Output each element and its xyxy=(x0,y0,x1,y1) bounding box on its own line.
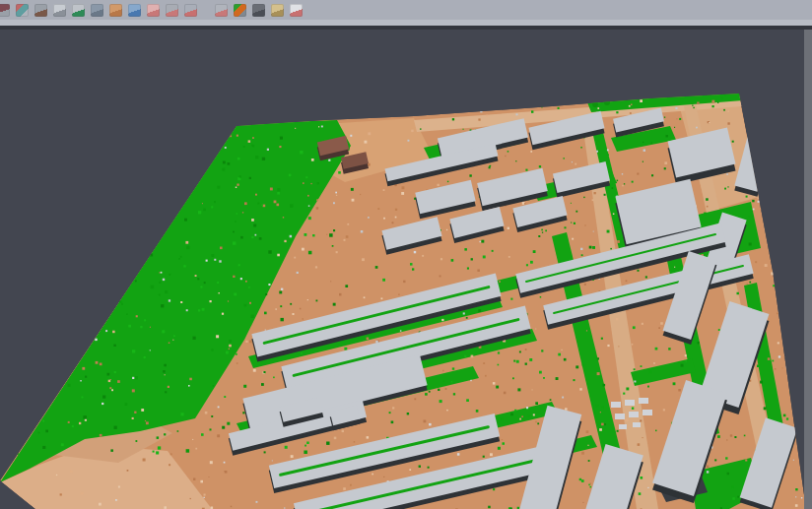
terrain-icon[interactable] xyxy=(34,4,47,17)
scene-3d-render[interactable] xyxy=(0,30,812,509)
report-icon[interactable] xyxy=(290,4,303,17)
grid-select-icon[interactable] xyxy=(215,4,228,17)
viewport-3d[interactable] xyxy=(0,30,812,509)
markers-icon[interactable] xyxy=(53,4,66,17)
point-cloud-icon[interactable] xyxy=(91,4,103,17)
classification-view-icon[interactable] xyxy=(234,4,246,17)
project-icon[interactable] xyxy=(0,4,10,17)
mesh-tool-icon[interactable] xyxy=(271,4,284,17)
toolbar xyxy=(0,0,812,20)
sphere-view-icon[interactable] xyxy=(252,4,265,17)
globe-icon[interactable] xyxy=(128,4,141,17)
region-select-icon[interactable] xyxy=(184,4,197,17)
dem-icon[interactable] xyxy=(72,4,85,17)
navigation-icon[interactable] xyxy=(16,4,29,17)
window-right-edge xyxy=(804,30,812,509)
attribute-table-icon[interactable] xyxy=(147,4,160,17)
ring-tool-icon[interactable] xyxy=(166,4,178,17)
orthophoto-icon[interactable] xyxy=(109,4,122,17)
